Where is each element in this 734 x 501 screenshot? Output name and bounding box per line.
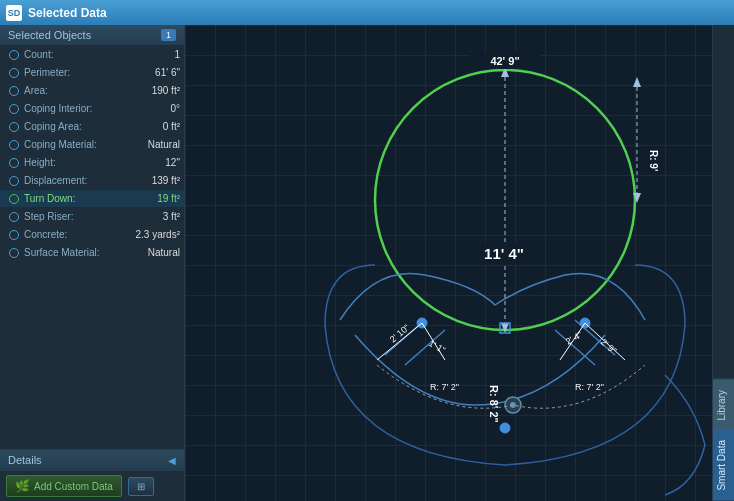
row-surface-material: Surface Material: Natural xyxy=(0,244,184,262)
add-custom-icon: 🌿 xyxy=(15,479,30,493)
svg-text:R: 7' 2": R: 7' 2" xyxy=(575,382,604,392)
row-coping-area: Coping Area: 0 ft² xyxy=(0,118,184,136)
row-icon xyxy=(8,67,20,79)
add-custom-button[interactable]: 🌿 Add Custom Data xyxy=(6,475,122,497)
row-icon xyxy=(8,121,20,133)
row-icon xyxy=(8,229,20,241)
value-coping-interior: 0° xyxy=(170,103,180,114)
svg-marker-7 xyxy=(633,77,641,87)
value-turn-down: 19 ft² xyxy=(157,193,180,204)
svg-marker-3 xyxy=(501,323,509,333)
row-icon xyxy=(8,49,20,61)
row-concrete: Concrete: 2.3 yards² xyxy=(0,226,184,244)
header: SD Selected Data xyxy=(0,0,734,25)
svg-point-28 xyxy=(500,423,510,433)
data-rows: Count: 1 Perimeter: 61' 6" Area: 190 ft²… xyxy=(0,46,184,449)
label-height: Height: xyxy=(24,157,165,168)
calculator-button[interactable]: ⊞ xyxy=(128,477,154,496)
row-perimeter: Perimeter: 61' 6" xyxy=(0,64,184,82)
svg-text:2' 9": 2' 9" xyxy=(599,337,619,356)
row-icon xyxy=(8,193,20,205)
row-step-riser: Step Riser: 3 ft² xyxy=(0,208,184,226)
value-perimeter: 61' 6" xyxy=(155,67,180,78)
object-count-badge: 1 xyxy=(161,29,176,41)
label-concrete: Concrete: xyxy=(24,229,136,240)
value-coping-area: 0 ft² xyxy=(163,121,180,132)
left-panel: Selected Objects 1 Count: 1 Perimeter: 6… xyxy=(0,25,185,501)
details-title: Details xyxy=(8,454,42,466)
row-coping-material: Coping Material: Natural xyxy=(0,136,184,154)
row-count: Count: 1 xyxy=(0,46,184,64)
bottom-bar: 🌿 Add Custom Data ⊞ xyxy=(0,470,184,501)
row-turn-down: Turn Down: 19 ft² xyxy=(0,190,184,208)
row-icon xyxy=(8,211,20,223)
row-icon xyxy=(8,103,20,115)
value-step-riser: 3 ft² xyxy=(163,211,180,222)
value-coping-material: Natural xyxy=(148,139,180,150)
svg-text:11' 4": 11' 4" xyxy=(484,245,524,262)
svg-text:42' 9": 42' 9" xyxy=(490,55,519,67)
header-title: Selected Data xyxy=(28,6,107,20)
svg-text:1' 1": 1' 1" xyxy=(427,338,447,355)
label-turn-down: Turn Down: xyxy=(24,193,157,204)
section-header: Selected Objects 1 xyxy=(0,25,184,46)
details-section: Details ◀ 🌿 Add Custom Data ⊞ xyxy=(0,449,184,501)
section-title: Selected Objects xyxy=(8,29,91,41)
value-surface-material: Natural xyxy=(148,247,180,258)
svg-text:R: 7' 2": R: 7' 2" xyxy=(430,382,459,392)
app-icon: SD xyxy=(6,5,22,21)
row-height: Height: 12" xyxy=(0,154,184,172)
row-icon xyxy=(8,247,20,259)
value-displacement: 139 ft² xyxy=(152,175,180,186)
row-coping-interior: Coping Interior: 0° xyxy=(0,100,184,118)
value-concrete: 2.3 yards² xyxy=(136,229,180,240)
label-coping-area: Coping Area: xyxy=(24,121,163,132)
value-area: 190 ft² xyxy=(152,85,180,96)
svg-text:2' 4": 2' 4" xyxy=(564,329,584,346)
details-header[interactable]: Details ◀ xyxy=(0,450,184,470)
library-tab[interactable]: Library xyxy=(713,379,735,431)
label-displacement: Displacement: xyxy=(24,175,152,186)
svg-text:R: 9': R: 9' xyxy=(648,150,659,171)
canvas-area: 42' 9" R: 9' 11' 4" 2' 10" 1' 1" 2' 4" 2… xyxy=(185,25,712,501)
value-height: 12" xyxy=(165,157,180,168)
row-area: Area: 190 ft² xyxy=(0,82,184,100)
side-tabs: Library Smart Data xyxy=(712,25,734,501)
value-count: 1 xyxy=(174,49,180,60)
label-step-riser: Step Riser: xyxy=(24,211,163,222)
row-icon xyxy=(8,157,20,169)
row-icon xyxy=(8,85,20,97)
label-perimeter: Perimeter: xyxy=(24,67,155,78)
label-coping-interior: Coping Interior: xyxy=(24,103,170,114)
svg-text:R: 8' 2": R: 8' 2" xyxy=(488,385,500,423)
row-icon xyxy=(8,175,20,187)
canvas-svg: 42' 9" R: 9' 11' 4" 2' 10" 1' 1" 2' 4" 2… xyxy=(185,25,712,501)
row-displacement: Displacement: 139 ft² xyxy=(0,172,184,190)
details-chevron-icon: ◀ xyxy=(168,455,176,466)
label-area: Area: xyxy=(24,85,152,96)
row-icon xyxy=(8,139,20,151)
label-count: Count: xyxy=(24,49,174,60)
smart-data-tab[interactable]: Smart Data xyxy=(713,430,735,501)
label-coping-material: Coping Material: xyxy=(24,139,148,150)
label-surface-material: Surface Material: xyxy=(24,247,148,258)
calc-icon: ⊞ xyxy=(137,481,145,492)
